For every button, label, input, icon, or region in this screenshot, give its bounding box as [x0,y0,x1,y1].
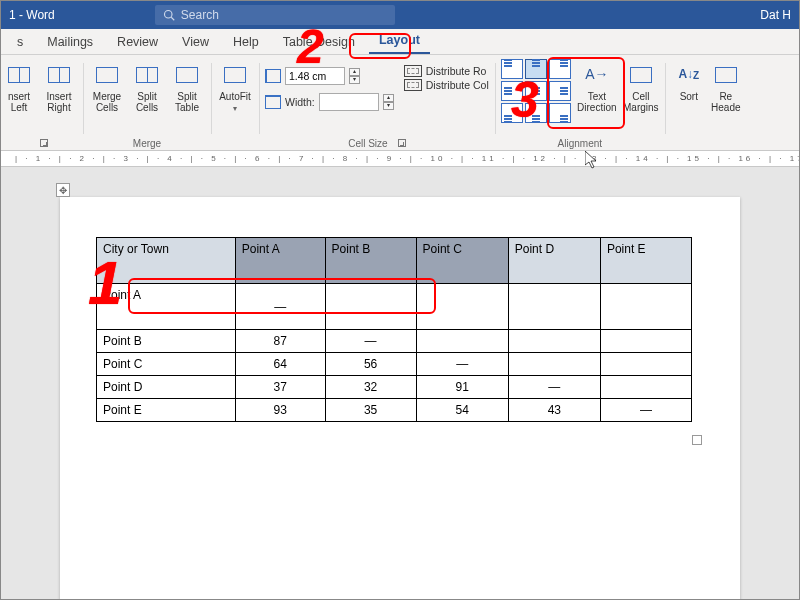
horizontal-ruler[interactable]: | · 1 · | · 2 · | · 3 · | · 4 · | · 5 · … [1,151,799,167]
distribute-rows-button[interactable]: Distribute Ro [404,65,489,77]
distribute-cols-icon [404,79,422,91]
height-stepper[interactable]: ▴▾ [349,68,360,84]
table-cell[interactable] [508,353,600,376]
table-cell[interactable]: 54 [416,399,508,422]
insert-right-button[interactable]: Insert Right [41,59,77,113]
row-label[interactable]: Point B [97,330,236,353]
distribute-cols-button[interactable]: Distribute Col [404,79,489,91]
table-cell[interactable]: — [416,353,508,376]
table-resize-handle[interactable] [692,435,702,445]
tab-partial[interactable]: s [7,31,33,54]
height-icon [265,69,281,83]
split-cells-button[interactable]: Split Cells [129,59,165,113]
tab-review[interactable]: Review [107,31,168,54]
rows-cols-launcher[interactable] [40,139,48,147]
row-label[interactable]: Point D [97,376,236,399]
table-cell[interactable] [600,353,691,376]
ribbon: nsert Left Insert Right Merge Cells Spli… [1,55,799,151]
document-table[interactable]: City or Town Point A Point B Point C Poi… [96,237,692,422]
repeat-header-button[interactable]: Re Heade [711,59,741,113]
table-cell[interactable] [416,330,508,353]
table-cell[interactable]: — [235,284,325,330]
group-merge: Merge Cells Split Cells Split Table Merg… [83,59,211,150]
table-header-row[interactable]: City or Town Point A Point B Point C Poi… [97,238,692,284]
table-cell[interactable]: 43 [508,399,600,422]
text-direction-icon: A→ [583,61,611,89]
distribute-rows-icon [404,65,422,77]
tab-help[interactable]: Help [223,31,269,54]
merge-cells-button[interactable]: Merge Cells [89,59,125,113]
table-row[interactable]: Point A— [97,284,692,330]
th-2[interactable]: Point B [325,238,416,284]
merge-cells-icon [93,61,121,89]
row-label[interactable]: Point A [97,284,236,330]
table-move-handle[interactable]: ✥ [56,183,70,197]
table-cell[interactable]: — [325,330,416,353]
align-bot-right[interactable] [549,103,571,123]
row-label[interactable]: Point C [97,353,236,376]
autofit-icon [221,61,249,89]
width-icon [265,95,281,109]
svg-point-0 [164,11,172,19]
table-cell[interactable] [600,330,691,353]
table-cell[interactable] [600,376,691,399]
table-cell[interactable]: — [508,376,600,399]
table-cell[interactable]: 32 [325,376,416,399]
table-cell[interactable]: 91 [416,376,508,399]
group-autofit: AutoFit ▾ [211,59,259,150]
align-mid-left[interactable] [501,81,523,101]
split-table-button[interactable]: Split Table [169,59,205,113]
table-cell[interactable]: — [600,399,691,422]
cell-margins-button[interactable]: Cell Margins [623,59,659,113]
table-cell[interactable]: 35 [325,399,416,422]
width-stepper[interactable]: ▴▾ [383,94,394,110]
tab-table-design[interactable]: Table Design [273,31,365,54]
sort-icon: A↓Z [675,61,703,89]
tab-layout[interactable]: Layout [369,29,430,54]
tab-view[interactable]: View [172,31,219,54]
width-label: Width: [285,96,315,108]
align-bot-center[interactable] [525,103,547,123]
cursor-icon [585,151,599,169]
table-cell[interactable]: 64 [235,353,325,376]
table-row[interactable]: Point C6456— [97,353,692,376]
table-cell[interactable] [508,330,600,353]
align-top-right[interactable] [549,59,571,79]
table-row[interactable]: Point B87— [97,330,692,353]
table-cell[interactable]: 87 [235,330,325,353]
table-row[interactable]: Point D373291— [97,376,692,399]
insert-left-button[interactable]: nsert Left [1,59,37,113]
th-1[interactable]: Point A [235,238,325,284]
group-alignment: A→ Text Direction Cell Margins Alignment [495,59,665,150]
align-mid-center[interactable] [525,81,547,101]
th-4[interactable]: Point D [508,238,600,284]
table-row[interactable]: Point E93355443— [97,399,692,422]
height-input[interactable] [285,67,345,85]
table-cell[interactable]: 93 [235,399,325,422]
table-cell[interactable]: 37 [235,376,325,399]
search-box[interactable]: Search [155,5,395,25]
autofit-button[interactable]: AutoFit ▾ [217,59,253,114]
cellsize-launcher[interactable] [398,139,406,147]
user-name[interactable]: Dat H [760,8,791,22]
table-cell[interactable]: 56 [325,353,416,376]
th-5[interactable]: Point E [600,238,691,284]
table-cell[interactable] [416,284,508,330]
sort-button[interactable]: A↓Z Sort [671,59,707,102]
row-label[interactable]: Point E [97,399,236,422]
align-mid-right[interactable] [549,81,571,101]
table-cell[interactable] [508,284,600,330]
table-cell[interactable] [325,284,416,330]
group-data: A↓Z Sort Re Heade [665,59,747,150]
align-top-center[interactable] [525,59,547,79]
align-bot-left[interactable] [501,103,523,123]
th-3[interactable]: Point C [416,238,508,284]
insert-left-icon [5,61,33,89]
table-cell[interactable] [600,284,691,330]
chevron-down-icon: ▾ [233,105,237,114]
th-0[interactable]: City or Town [97,238,236,284]
align-top-left[interactable] [501,59,523,79]
text-direction-button[interactable]: A→ Text Direction [579,59,615,113]
tab-mailings[interactable]: Mailings [37,31,103,54]
width-input[interactable] [319,93,379,111]
